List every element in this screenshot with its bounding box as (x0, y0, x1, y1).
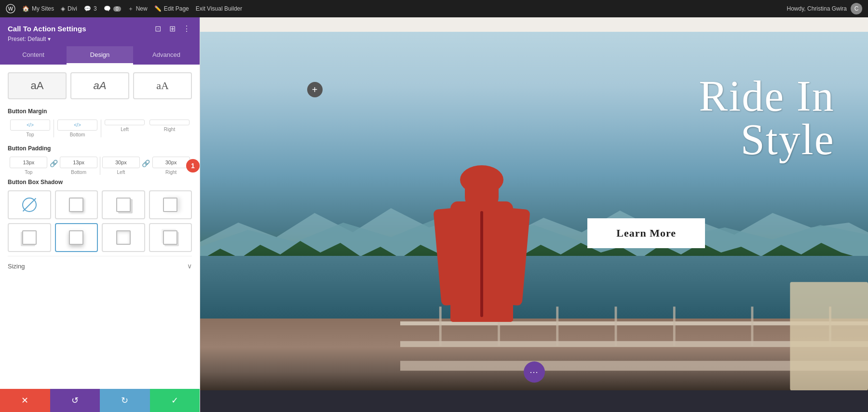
undo-button[interactable]: ↺ (50, 389, 100, 412)
panel-header: Call To Action Settings ⊡ ⊞ ⋮ Preset: De… (0, 17, 200, 46)
more-icon-btn[interactable]: ⋮ (181, 23, 192, 34)
padding-top-input[interactable] (10, 157, 47, 168)
font-style-serif[interactable]: aA (133, 72, 192, 99)
button-padding-label: Button Padding (8, 145, 192, 152)
my-sites-label: My Sites (32, 5, 54, 12)
padding-bottom-label: Bottom (71, 170, 86, 175)
hero-section: Ride in Style Learn More + ··· (200, 32, 868, 390)
tab-advanced[interactable]: Advanced (133, 46, 200, 65)
divi-btn[interactable]: ◈ Divi (61, 5, 77, 12)
font-style-normal[interactable]: aA (8, 72, 67, 99)
preset-chevron-icon: ▾ (48, 36, 51, 42)
comments-btn[interactable]: 💬 3 (84, 5, 97, 12)
shadow-option-sm[interactable] (55, 190, 98, 219)
shadow-preview-lg (163, 198, 177, 212)
wp-logo-btn[interactable]: W (6, 4, 15, 13)
padding-top-label: Top (25, 170, 32, 175)
water-area (200, 256, 868, 319)
panel-footer: ✕ ↺ ↻ ✓ (0, 389, 200, 412)
padding-left-label: Left (117, 170, 125, 175)
feedback-btn[interactable]: 🗨️ 0 (104, 5, 121, 12)
red-jacket-person (434, 170, 530, 372)
page-canvas: Ride in Style Learn More + ··· (200, 17, 868, 412)
my-sites-btn[interactable]: 🏠 My Sites (22, 5, 54, 12)
margin-divider2 (101, 120, 101, 137)
comments-count: 3 (94, 5, 97, 12)
preset-row[interactable]: Preset: Default ▾ (8, 36, 192, 42)
shadow-option-md[interactable] (102, 190, 145, 219)
margin-right-label: Right (164, 127, 175, 132)
tab-content[interactable]: Content (0, 46, 67, 65)
padding-bottom-input[interactable] (60, 157, 97, 168)
shadow-preview-bl (22, 230, 37, 245)
bottom-bar (200, 390, 868, 412)
cancel-button[interactable]: ✕ (0, 389, 50, 412)
shadow-preview-corner (163, 230, 177, 245)
margin-top-link-icon: </> (27, 122, 33, 128)
margin-bottom-link-icon: </> (74, 122, 81, 128)
new-label: New (136, 5, 148, 12)
feedback-badge: 0 (113, 6, 121, 12)
layout-icon-btn[interactable]: ⊞ (167, 23, 177, 34)
tab-design[interactable]: Design (67, 46, 133, 65)
padding-top-bottom-row: Top 🔗 Bottom Left 🔗 (8, 157, 192, 175)
hero-text: Ride in Style (699, 75, 834, 161)
plus-icon: ＋ (128, 5, 134, 13)
sizing-header[interactable]: Sizing ∨ (8, 262, 192, 270)
shadow-preview-sm (69, 198, 83, 212)
learn-more-button[interactable]: Learn More (587, 218, 705, 248)
wordpress-icon: W (6, 4, 15, 13)
margin-bottom-group: </> Bottom (55, 120, 100, 137)
font-style-italic[interactable]: aA (70, 72, 129, 99)
top-strip (200, 17, 868, 32)
exit-builder-label: Exit Visual Builder (196, 5, 243, 12)
padding-left-input[interactable] (102, 157, 140, 168)
dots-menu-button[interactable]: ··· (524, 361, 545, 383)
shadow-option-corner[interactable] (149, 223, 192, 252)
padding-link-tb[interactable]: 🔗 (50, 157, 58, 175)
avatar: C (851, 3, 862, 14)
divi-label: Divi (68, 5, 77, 12)
edit-icon: ✏️ (154, 5, 162, 12)
padding-right-group: Right (150, 157, 192, 175)
tabs-row: Content Design Advanced (0, 46, 200, 65)
shadow-options-row2 (8, 223, 192, 252)
shadow-option-none[interactable] (8, 190, 51, 219)
settings-panel: Call To Action Settings ⊡ ⊞ ⋮ Preset: De… (0, 17, 200, 412)
no-shadow-icon (22, 198, 37, 212)
button-box-shadow-section: Button Box Shadow (8, 179, 192, 252)
save-button[interactable]: ✓ (150, 389, 200, 412)
padding-right-input[interactable] (152, 157, 190, 168)
padding-link-lr[interactable]: 🔗 (142, 157, 150, 175)
padding-bottom-group: Bottom (58, 157, 100, 175)
shadow-option-inset[interactable] (102, 223, 145, 252)
panel-title: Call To Action Settings (8, 25, 86, 33)
sizing-label: Sizing (8, 263, 25, 270)
chevron-down-icon: ∨ (187, 262, 192, 270)
margin-left-label: Left (121, 127, 129, 132)
edit-page-label: Edit Page (164, 5, 189, 12)
shadow-preview-md (116, 198, 131, 212)
hero-heading: Ride in Style (699, 75, 834, 161)
popup-icon-btn[interactable]: ⊡ (152, 23, 163, 34)
shadow-preview-inset (116, 230, 131, 245)
add-element-button[interactable]: + (307, 82, 323, 97)
redo-button[interactable]: ↻ (100, 389, 150, 412)
shadow-option-lg[interactable] (149, 190, 192, 219)
panel-title-icons: ⊡ ⊞ ⋮ (152, 23, 192, 34)
margin-right-group: Right (147, 120, 192, 137)
padding-top-group: Top (8, 157, 50, 175)
panel-title-row: Call To Action Settings ⊡ ⊞ ⋮ (8, 23, 192, 34)
edit-page-btn[interactable]: ✏️ Edit Page (154, 5, 189, 12)
padding-left-group: Left (100, 157, 142, 175)
admin-bar-left: W 🏠 My Sites ◈ Divi 💬 3 🗨️ 0 ＋ New ✏️ Ed… (6, 4, 779, 13)
shadow-option-active[interactable] (55, 223, 98, 252)
font-previews: aA aA aA (8, 72, 192, 99)
margin-top-group: </> Top (8, 120, 53, 137)
divi-icon: ◈ (61, 5, 65, 12)
new-btn[interactable]: ＋ New (128, 5, 148, 13)
user-label: Howdy, Christina Gwira (787, 5, 847, 12)
margin-left-group: Left (102, 120, 147, 137)
shadow-option-bl[interactable] (8, 223, 51, 252)
exit-builder-btn[interactable]: Exit Visual Builder (196, 5, 243, 12)
